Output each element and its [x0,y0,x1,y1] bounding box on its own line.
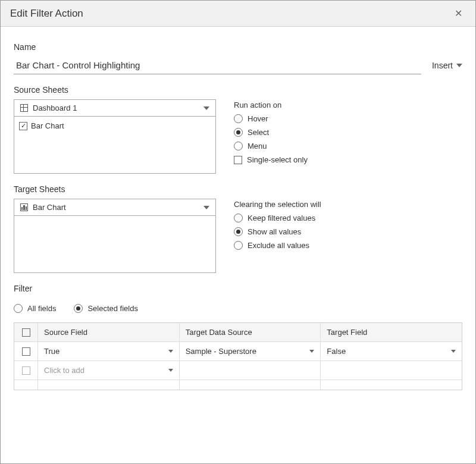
radio-icon[interactable] [234,214,243,222]
table-header: Source Field Target Data Source Target F… [14,323,462,342]
source-dropdown[interactable]: Dashboard 1 [14,99,216,117]
run-option-menu[interactable]: Menu [234,139,462,153]
radio-icon[interactable] [234,128,243,137]
radio-icon[interactable] [234,227,243,236]
chevron-down-icon [451,350,456,353]
target-sheets-list [14,216,216,273]
radio-icon[interactable] [234,241,243,250]
filter-option-selected-fields[interactable]: Selected fields [74,302,138,315]
col-target-ds: Target Data Source [180,323,321,341]
target-field-cell[interactable] [321,361,462,380]
target-field-cell[interactable]: False [321,342,462,360]
run-option-hover[interactable]: Hover [234,112,462,126]
filter-option-all-fields[interactable]: All fields [14,302,56,315]
radio-icon[interactable] [234,142,243,151]
name-label: Name [14,42,462,52]
chevron-down-icon [168,350,173,353]
chevron-down-icon [168,369,173,372]
source-field-cell[interactable]: Click to add [38,361,180,380]
clear-option-exclude[interactable]: Exclude all values [234,239,462,252]
clear-option-keep[interactable]: Keep filtered values [234,211,462,225]
run-option-select[interactable]: Select [234,126,462,139]
barchart-icon [20,203,28,211]
checkbox-icon[interactable] [22,366,30,375]
chevron-down-icon [203,106,209,110]
checkbox-icon[interactable] [22,347,30,356]
radio-icon[interactable] [74,304,83,313]
dashboard-icon [20,104,28,112]
list-item-label: Bar Chart [31,121,64,130]
chevron-down-icon [203,206,209,209]
dialog-title: Edit Filter Action [10,8,83,20]
target-ds-cell[interactable] [180,361,321,380]
source-sheets-list: ✓ Bar Chart [14,117,216,174]
clearing-label: Clearing the selection will [234,200,462,209]
source-sheets-label: Source Sheets [14,85,462,95]
table-row: Click to add [14,361,462,380]
source-dropdown-value: Dashboard 1 [33,104,77,112]
col-target-field: Target Field [321,323,462,341]
radio-icon[interactable] [14,304,23,313]
target-ds-cell[interactable]: Sample - Superstore [180,342,321,360]
source-field-cell[interactable]: True [38,342,180,360]
table-row: True Sample - Superstore False [14,342,462,361]
checkbox-icon[interactable]: ✓ [19,122,27,130]
filter-table: Source Field Target Data Source Target F… [14,322,462,390]
target-dropdown[interactable]: Bar Chart [14,199,216,216]
chevron-down-icon [309,350,314,353]
close-icon[interactable]: ✕ [451,7,466,20]
run-action-label: Run action on [234,101,462,109]
clear-option-show[interactable]: Show all values [234,225,462,239]
filter-label: Filter [14,284,462,293]
checkbox-icon[interactable] [234,156,242,164]
name-input[interactable] [14,57,421,74]
dialog-header: Edit Filter Action ✕ [1,1,475,27]
col-source-field: Source Field [38,323,180,341]
target-dropdown-value: Bar Chart [33,203,66,212]
list-item[interactable]: ✓ Bar Chart [19,120,211,131]
single-select-only[interactable]: Single-select only [234,153,462,167]
radio-icon[interactable] [234,114,243,123]
checkbox-icon[interactable] [22,328,30,337]
target-sheets-label: Target Sheets [14,184,462,194]
insert-dropdown[interactable]: Insert [432,61,462,70]
chevron-down-icon [456,64,462,67]
insert-label: Insert [432,61,453,70]
table-row [14,380,462,390]
